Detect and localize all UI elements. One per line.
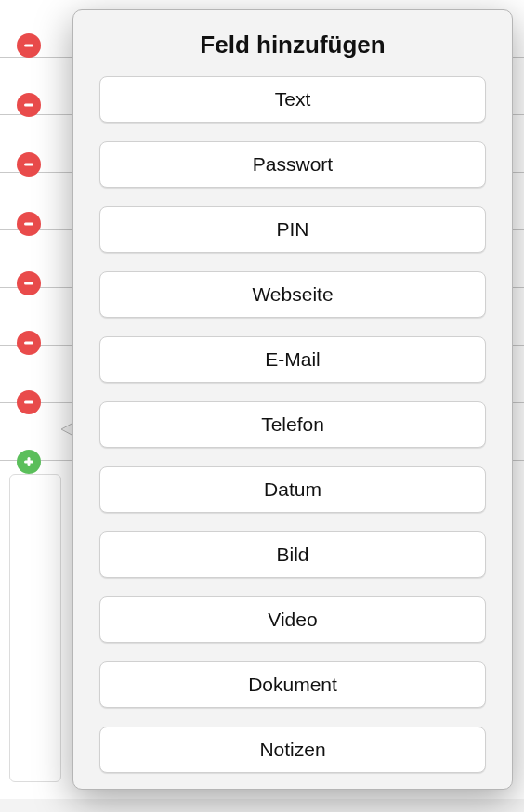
minus-icon: [21, 216, 36, 231]
bottom-strip: [0, 799, 524, 812]
field-type-label: Bild: [276, 544, 308, 566]
field-type-text[interactable]: Text: [99, 76, 486, 123]
field-type-pin[interactable]: PIN: [99, 206, 486, 253]
svg-rect-4: [24, 282, 33, 285]
field-type-list: TextPasswortPINWebseiteE-MailTelefonDatu…: [99, 76, 486, 773]
field-type-label: Datum: [264, 478, 321, 501]
field-type-label: Telefon: [261, 413, 324, 436]
notes-area: [9, 474, 61, 782]
remove-field-button[interactable]: [17, 152, 41, 177]
field-type-label: E-Mail: [265, 348, 321, 371]
svg-rect-3: [24, 223, 33, 226]
minus-icon: [21, 395, 36, 410]
minus-icon: [21, 38, 36, 53]
side-icon-column: [17, 33, 41, 474]
field-type-datum[interactable]: Datum: [99, 466, 486, 513]
field-type-notizen[interactable]: Notizen: [99, 727, 486, 773]
field-type-webseite[interactable]: Webseite: [99, 271, 486, 318]
field-type-label: Notizen: [259, 739, 325, 761]
remove-field-button[interactable]: [17, 93, 41, 117]
field-type-video[interactable]: Video: [99, 596, 486, 643]
field-type-passwort[interactable]: Passwort: [99, 141, 486, 188]
remove-field-button[interactable]: [17, 271, 41, 295]
field-type-label: Dokument: [248, 674, 337, 696]
field-type-label: PIN: [276, 218, 308, 241]
field-type-e-mail[interactable]: E-Mail: [99, 336, 486, 383]
field-type-bild[interactable]: Bild: [99, 531, 486, 578]
remove-field-button[interactable]: [17, 33, 41, 58]
svg-rect-0: [24, 45, 33, 47]
remove-field-button[interactable]: [17, 212, 41, 236]
field-type-dokument[interactable]: Dokument: [99, 661, 486, 708]
remove-field-button[interactable]: [17, 390, 41, 414]
svg-rect-6: [24, 401, 33, 404]
field-type-label: Passwort: [253, 153, 333, 176]
remove-field-button[interactable]: [17, 331, 41, 355]
add-field-button[interactable]: [17, 450, 41, 474]
minus-icon: [21, 98, 36, 112]
field-type-label: Webseite: [252, 283, 333, 306]
svg-rect-5: [24, 342, 33, 345]
field-type-label: Video: [268, 609, 317, 631]
field-type-label: Text: [275, 88, 311, 111]
popover-title: Feld hinzufügen: [99, 31, 486, 59]
minus-icon: [21, 157, 36, 172]
svg-rect-8: [28, 457, 31, 466]
svg-rect-1: [24, 104, 33, 107]
svg-rect-2: [24, 164, 33, 166]
minus-icon: [21, 335, 36, 350]
minus-icon: [21, 276, 36, 291]
add-field-popover: Feld hinzufügen TextPasswortPINWebseiteE…: [72, 9, 513, 790]
plus-icon: [21, 454, 36, 469]
field-type-telefon[interactable]: Telefon: [99, 401, 486, 448]
